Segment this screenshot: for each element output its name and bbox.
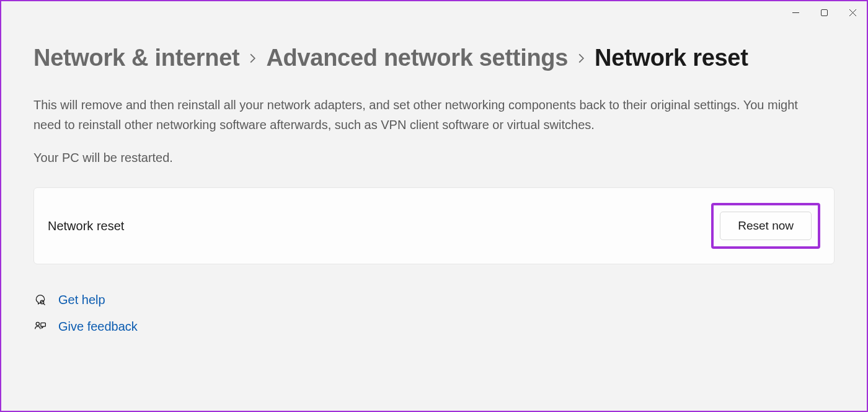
get-help-link[interactable]: Get help: [58, 293, 105, 307]
highlight-annotation: Reset now: [711, 203, 820, 249]
breadcrumb-network-internet[interactable]: Network & internet: [33, 45, 239, 71]
feedback-icon: [33, 320, 47, 334]
maximize-button[interactable]: [810, 2, 838, 22]
footer-links: Get help Give feedback: [33, 293, 835, 334]
window-controls: [781, 1, 867, 24]
svg-rect-1: [821, 9, 827, 16]
chevron-right-icon: [249, 53, 256, 64]
breadcrumb-advanced-settings[interactable]: Advanced network settings: [266, 45, 568, 71]
network-reset-card: Network reset Reset now: [33, 187, 835, 264]
chevron-right-icon: [578, 53, 585, 64]
svg-line-5: [43, 303, 45, 305]
breadcrumb-network-reset: Network reset: [595, 45, 748, 71]
give-feedback-row: Give feedback: [33, 320, 835, 334]
svg-point-6: [36, 322, 39, 325]
restart-note: Your PC will be restarted.: [33, 151, 835, 165]
minimize-button[interactable]: [781, 2, 810, 22]
give-feedback-link[interactable]: Give feedback: [58, 320, 138, 334]
get-help-row: Get help: [33, 293, 835, 307]
svg-rect-7: [41, 323, 46, 326]
help-icon: [33, 293, 47, 307]
close-button[interactable]: [838, 2, 867, 22]
page-description: This will remove and then reinstall all …: [33, 95, 802, 135]
reset-now-button[interactable]: Reset now: [720, 212, 812, 240]
card-label: Network reset: [48, 219, 124, 233]
breadcrumb: Network & internet Advanced network sett…: [33, 45, 835, 71]
